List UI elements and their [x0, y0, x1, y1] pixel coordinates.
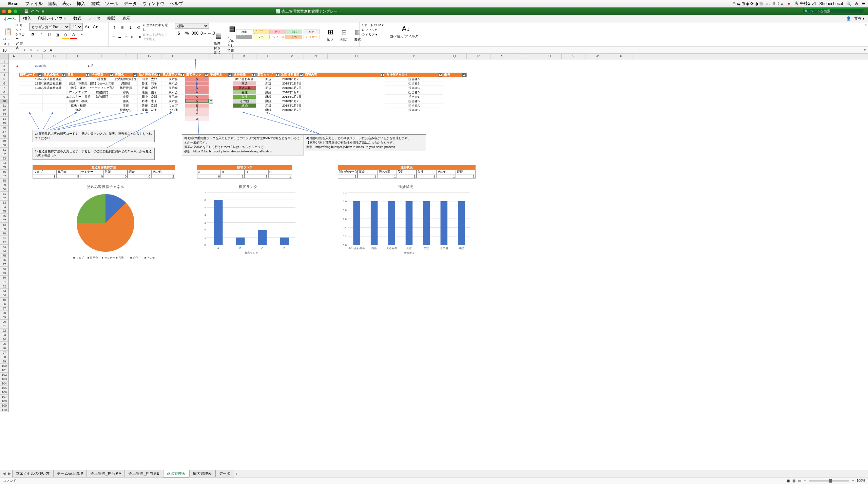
sheet-tab[interactable]: 売上管理_担当者B	[125, 470, 163, 477]
cell[interactable]: 展示会	[161, 90, 185, 95]
zoom-slider[interactable]	[809, 480, 849, 482]
cell[interactable]	[90, 99, 114, 104]
cell[interactable]: 役職名▾	[114, 73, 138, 77]
pie-chart[interactable]: 見込み客獲得チャネル■ ウェブ■ 展示会■ セミナー■ 営業■ 紹介■ その他	[33, 183, 178, 261]
maximize-icon[interactable]	[14, 10, 17, 13]
cell[interactable]: 係長	[114, 99, 138, 104]
cell[interactable]	[90, 108, 114, 112]
filter-icon[interactable]: ▾	[157, 73, 160, 77]
progress-bar-chart[interactable]: 進捗状況0.00.20.40.60.81.01.2問い合わせ有商談見込み高受注失…	[338, 183, 474, 254]
cell[interactable]	[90, 104, 114, 108]
cell[interactable]: 進捗状況▾	[233, 73, 256, 77]
cell[interactable]: 予想売上▾	[209, 73, 233, 77]
col-header[interactable]: W	[585, 54, 609, 59]
align-top-icon[interactable]: ⤒	[111, 24, 118, 31]
cell[interactable]: 建設・不動産	[66, 81, 90, 86]
cell[interactable]	[43, 99, 66, 104]
cell[interactable]	[43, 104, 66, 108]
filter-icon[interactable]: ▾	[86, 73, 89, 77]
col-header[interactable]: R	[467, 54, 490, 59]
font-color-icon[interactable]: A	[70, 31, 77, 39]
filter-icon[interactable]: ▾	[38, 73, 42, 77]
sheet-tab[interactable]: 商談管理表	[163, 470, 189, 477]
clock[interactable]: 火 午後2:54	[795, 1, 816, 6]
share-button[interactable]: 👤⁺ 共有 ▾	[846, 16, 865, 21]
cell[interactable]: 顧客ランク▾	[185, 73, 209, 77]
cell[interactable]: 年	[43, 64, 66, 68]
cell[interactable]: A	[185, 81, 209, 86]
cell[interactable]: 局部役	[114, 81, 138, 86]
cell[interactable]: 商談	[233, 81, 256, 86]
cell[interactable]: 1236	[19, 86, 43, 90]
col-header[interactable]: V	[562, 54, 585, 59]
filter-icon[interactable]: ▾	[439, 73, 442, 77]
delete-cells-button[interactable]: ⊟削除	[338, 26, 350, 43]
rank-bar-chart[interactable]: 顧客ランク01234567ABCD顧客ランク■ 系列1	[197, 183, 299, 254]
fill-color-icon[interactable]: ◇	[62, 31, 69, 39]
cell-styles[interactable]: 標準 どちらでも… 悪い 良い チェック セル メモ リンク セル 入力	[236, 30, 302, 39]
cell[interactable]: 法務部門	[90, 95, 114, 99]
phonetic-icon[interactable]: ᵃ	[78, 31, 85, 39]
cell[interactable]: 問い合わせ有	[233, 77, 256, 81]
cell[interactable]: 総務部門	[90, 90, 114, 95]
align-center-icon[interactable]: ≣	[117, 33, 123, 41]
cell[interactable]: 代表取締役社長	[114, 77, 138, 81]
cell[interactable]: 見込企業名▾	[43, 73, 66, 77]
tab-layout[interactable]: 印刷レイアウト	[35, 15, 70, 22]
col-header[interactable]: G	[138, 54, 161, 59]
name-box[interactable]: I10▾	[0, 48, 27, 52]
menu-tools[interactable]: ツール	[105, 1, 118, 7]
cell[interactable]: 担当者A	[385, 77, 443, 81]
autosum-button[interactable]: Σ オート SUM ▾	[362, 23, 384, 27]
cell[interactable]: 社長室	[90, 77, 114, 81]
spreadsheet[interactable]: ABCDEFGHIJKLMNOPQRSTUVWX 123456789101112…	[0, 54, 868, 470]
status-icons[interactable]: ⊕ ⇆ ⊞ ◈ ⟳ ◑ 🐘 ☁ ⋯ ⇪ ᛒ ≡	[732, 1, 783, 6]
cell[interactable]: 1234	[19, 77, 43, 81]
col-header[interactable]: T	[514, 54, 538, 59]
conditional-format-button[interactable]: ▦条件付き書式	[212, 30, 225, 56]
orientation-icon[interactable]: ⟲	[135, 24, 142, 31]
cell[interactable]: 2018年1月7日	[280, 95, 304, 99]
cell[interactable]: 備考▾	[443, 73, 467, 77]
menu-help[interactable]: ヘルプ	[170, 1, 183, 7]
tab-home[interactable]: ホーム	[0, 15, 20, 22]
cell[interactable]: 先方担当者名▾	[138, 73, 161, 77]
number-format-selector[interactable]: 標準	[175, 23, 209, 29]
col-header[interactable]: E	[90, 54, 114, 59]
collapse-ribbon-icon[interactable]: ^	[864, 22, 868, 46]
cell[interactable]	[43, 108, 66, 112]
filter-icon[interactable]: ▾	[205, 73, 208, 77]
cell[interactable]: B	[185, 104, 209, 108]
cell[interactable]: 遠藤 優子	[138, 90, 161, 95]
cancel-icon[interactable]: ✕	[27, 48, 34, 52]
filter-icon[interactable]: ▾	[133, 73, 137, 77]
tab-view[interactable]: 表示	[119, 15, 134, 22]
menu-format[interactable]: 書式	[91, 1, 100, 7]
font-size-selector[interactable]: 10	[71, 23, 83, 31]
cell[interactable]: ◢	[16, 64, 19, 68]
cell[interactable]: 継続	[256, 99, 280, 104]
cell[interactable]: 失注	[233, 95, 256, 99]
tab-review[interactable]: 校閲	[104, 15, 119, 22]
traffic-lights[interactable]	[2, 10, 17, 13]
cell[interactable]: 月	[90, 64, 114, 68]
col-header[interactable]: L	[256, 54, 280, 59]
cell[interactable]: 金融	[66, 77, 90, 81]
cell[interactable]: 2018年1月7日	[280, 81, 304, 86]
cell[interactable]: 佐藤 次郎	[138, 86, 161, 90]
row-headers[interactable]: 1234567891011121314454647484950515253545…	[0, 59, 9, 412]
sheet-tab[interactable]: 売上管理_担当者A	[87, 470, 125, 477]
cell[interactable]: 継続	[256, 108, 280, 112]
cell[interactable]: A	[185, 99, 209, 104]
decrease-font-icon[interactable]: A▾	[92, 23, 99, 31]
col-header[interactable]: A	[9, 54, 19, 59]
tab-first-icon[interactable]: ◀	[1, 471, 7, 476]
close-icon[interactable]	[2, 10, 6, 13]
cell[interactable]: 新規	[256, 81, 280, 86]
col-header[interactable]: S	[490, 54, 514, 59]
zoom-in-icon[interactable]: +	[852, 479, 854, 483]
cell[interactable]: 担当者B	[385, 86, 443, 90]
cell[interactable]: 次長	[114, 95, 138, 99]
cell[interactable]	[19, 108, 43, 112]
zoom-level[interactable]: 100%	[856, 479, 865, 483]
